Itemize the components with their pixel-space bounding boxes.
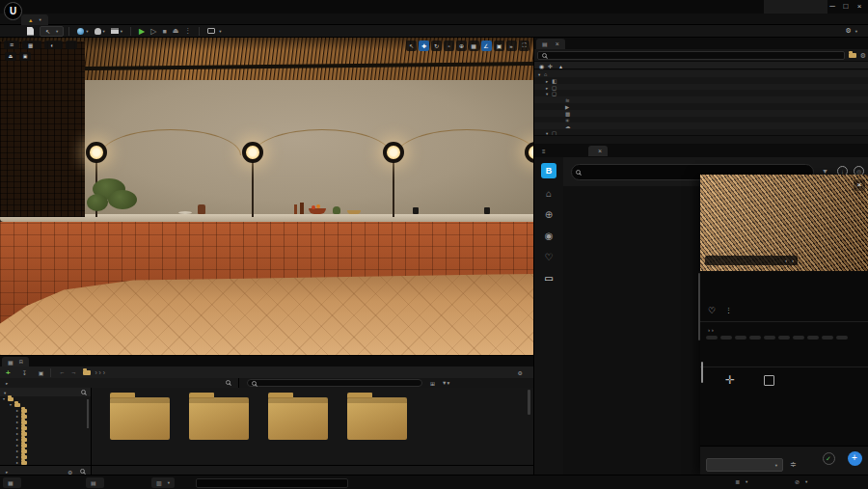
dock-pin-icon[interactable]: ⊟ (19, 359, 23, 365)
eject-pilot-button[interactable]: ⏏ (5, 52, 16, 61)
browse-icon[interactable]: ⊕ (534, 209, 563, 220)
perspective-dropdown[interactable]: ▦ (22, 41, 41, 49)
add-button[interactable]: + (841, 451, 868, 467)
pilot-camera-button[interactable]: ▣ (19, 52, 31, 61)
path-breadcrumb[interactable]: › › › (95, 369, 105, 376)
move-tool-icon[interactable]: ✚ (419, 41, 429, 51)
view-mode-dropdown[interactable]: ◐ (44, 41, 62, 49)
create-dropdown[interactable]: ▾ (77, 28, 88, 35)
export-settings-icon[interactable]: ≑ (790, 460, 797, 469)
pin-column-icon[interactable]: ✛ (548, 63, 553, 69)
outliner-row-sunsky[interactable]: ☀ (534, 117, 868, 123)
content-drawer-button[interactable]: ▦ (3, 477, 21, 488)
close-icon[interactable]: × (556, 41, 559, 47)
bridge-logo[interactable]: B (541, 163, 556, 178)
filter-icon[interactable]: ▼ (822, 168, 828, 175)
cb-settings-button[interactable]: ⚙ (518, 369, 526, 376)
maximize-button[interactable]: □ (839, 0, 853, 14)
home-icon[interactable]: ⌂ (534, 188, 563, 199)
console-input[interactable] (196, 478, 348, 488)
stop-button[interactable]: ■ (162, 28, 166, 35)
local-assets-icon[interactable]: ▭ (534, 273, 563, 284)
tag[interactable] (778, 336, 790, 340)
scale-tool-icon[interactable]: ▫ (444, 41, 454, 51)
outliner-tab[interactable]: ▤ × (536, 39, 565, 49)
level-viewport[interactable]: ≡ ▦ ◐ ↖ ✚ ↻ ▫ ⊕ ▦ ∠ ▣ » ⛶ ⏏ ▣ (0, 38, 533, 355)
tag[interactable] (836, 336, 848, 340)
settings-dropdown[interactable]: ⚙ ▾ (845, 27, 857, 35)
save-all-button[interactable]: ▣ (39, 369, 46, 376)
tag[interactable] (720, 336, 732, 340)
output-log-button[interactable]: ▤ (86, 477, 104, 488)
tag[interactable] (822, 336, 833, 340)
tag[interactable] (807, 336, 819, 340)
outliner-row[interactable]: ▩ (534, 110, 868, 117)
show-dropdown[interactable] (66, 41, 77, 49)
source-root-header[interactable]: ▾ (0, 388, 91, 396)
tag[interactable] (793, 336, 804, 340)
back-icon[interactable]: ← (59, 369, 65, 375)
scale-snap-toggle[interactable]: ▣ (494, 41, 504, 51)
close-icon[interactable]: × (854, 179, 865, 191)
viewport-options-icon[interactable]: ≡ (4, 41, 19, 49)
content-browser-tab[interactable]: ▦ ⊟ (2, 357, 29, 367)
maximize-viewport-icon[interactable]: ⛶ (519, 41, 529, 51)
tag[interactable] (749, 336, 761, 340)
select-mode-dropdown[interactable]: ↖ ▾ (40, 26, 64, 37)
filter-icon[interactable]: ▼▾ (442, 380, 449, 386)
favorites-icon[interactable]: ♡ (534, 252, 563, 262)
outliner-row[interactable]: ▸▢ (534, 84, 868, 91)
platforms-dropdown[interactable]: ▾ (207, 28, 221, 34)
level-asset-tab[interactable]: ▲ ▾ (21, 14, 48, 25)
asset-view-scrollbar[interactable] (528, 390, 530, 415)
gear-icon[interactable]: ⚙ (860, 52, 866, 60)
blueprints-dropdown[interactable]: ▾ (95, 28, 105, 35)
outliner-search[interactable] (537, 51, 845, 60)
tile-xy-option[interactable]: ✛ (714, 373, 746, 389)
megascans-icon[interactable]: ◉ (534, 231, 563, 241)
unreal-logo[interactable]: U (4, 2, 22, 20)
cb-search[interactable] (247, 379, 422, 387)
cinematics-dropdown[interactable]: ▾ (111, 28, 122, 34)
category-breadcrumb[interactable]: › › (708, 326, 714, 333)
size-option[interactable] (754, 373, 783, 389)
more-options-icon[interactable]: ⋮ (725, 307, 732, 314)
item-label-column[interactable]: ▴ (559, 63, 562, 69)
source-control-button[interactable]: ⊘▾ (795, 478, 807, 485)
play-options-icon[interactable]: ⋮ (184, 27, 191, 35)
camera-speed-button[interactable]: » (506, 41, 517, 51)
page-icon[interactable] (27, 27, 34, 36)
world-space-icon[interactable]: ⊕ (456, 41, 467, 51)
rotate-tool-icon[interactable]: ↻ (431, 41, 442, 51)
cmd-dropdown[interactable]: ▥▾ (151, 477, 175, 488)
visibility-column-icon[interactable]: ◉ (539, 63, 544, 69)
folder-add-icon[interactable] (849, 53, 856, 58)
import-button[interactable]: ↧ (22, 369, 29, 376)
eject-button[interactable]: ⏏ (173, 27, 179, 35)
quality-select[interactable]: ▾ (706, 458, 783, 472)
play-button[interactable]: ▶ (139, 27, 145, 36)
prev-render-icon[interactable]: ‹ (785, 258, 787, 263)
favorite-heart-icon[interactable]: ♡ (708, 306, 716, 315)
outliner-row[interactable]: ▾⌂ (534, 70, 868, 77)
outliner-row[interactable]: ▾▢ (534, 90, 868, 96)
search-icon[interactable] (226, 380, 231, 385)
close-button[interactable]: × (853, 0, 866, 14)
next-render-icon[interactable]: › (792, 258, 794, 263)
select-tool-icon[interactable]: ↖ (406, 41, 417, 51)
forward-icon[interactable]: → (70, 369, 76, 375)
bridge-tab[interactable]: × (588, 146, 608, 156)
outliner-row[interactable]: ☁ (534, 122, 868, 129)
outliner-row[interactable]: ▶ (534, 103, 868, 110)
derived-data-button[interactable]: ≣▾ (735, 478, 747, 485)
minimize-button[interactable]: ─ (826, 0, 839, 14)
favorites-section[interactable]: ▸ (0, 378, 239, 388)
outliner-row[interactable]: ≋ (534, 96, 868, 103)
close-icon[interactable]: × (598, 148, 602, 154)
render-pager[interactable]: ‹ › (705, 256, 798, 265)
outliner-row[interactable]: ▸◧ (534, 77, 868, 84)
search-icon[interactable] (81, 390, 86, 394)
details-tab[interactable]: ≡ (536, 146, 556, 156)
detail-scrollbar[interactable] (701, 362, 703, 383)
view-options-icon[interactable]: ⊞ (430, 380, 435, 387)
